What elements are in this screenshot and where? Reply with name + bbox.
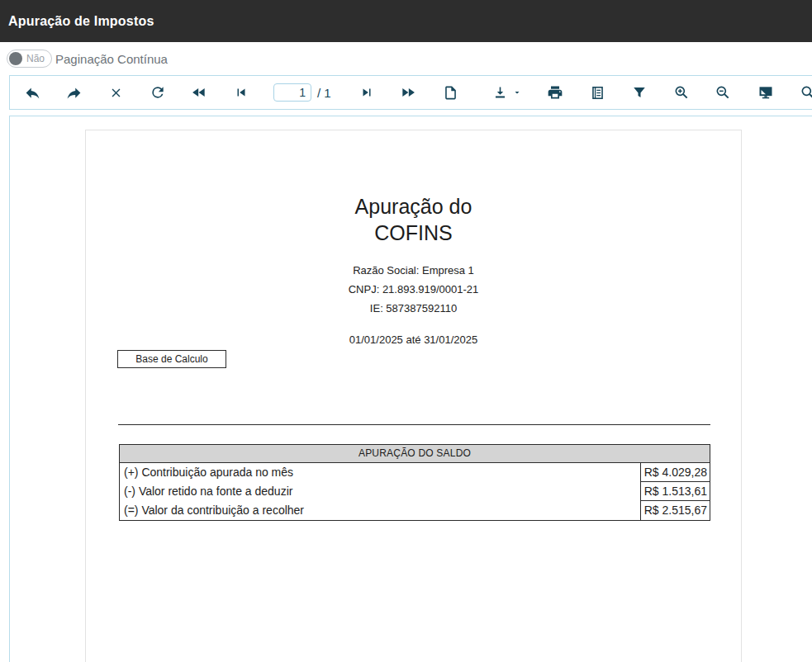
saldo-table-header: APURAÇÃO DO SALDO bbox=[120, 445, 710, 463]
pagination-toggle-row: Não Paginação Contínua bbox=[0, 42, 812, 75]
fast-forward-icon[interactable] bbox=[392, 79, 424, 106]
row-label: (=) Valor da contribuição a recolher bbox=[120, 501, 304, 520]
razao-social: Razão Social: Empresa 1 bbox=[86, 261, 741, 280]
table-row: (-) Valor retido na fonte a deduzirR$ 1.… bbox=[120, 482, 710, 501]
toggle-knob bbox=[9, 52, 22, 65]
company-info: Razão Social: Empresa 1 CNPJ: 21.893.919… bbox=[86, 261, 741, 318]
report-page: Apuração do COFINS Razão Social: Empresa… bbox=[85, 130, 742, 662]
divider-line bbox=[118, 424, 710, 425]
close-icon[interactable] bbox=[100, 79, 131, 106]
cnpj: CNPJ: 21.893.919/0001-21 bbox=[86, 280, 741, 299]
report-title: Apuração do COFINS bbox=[86, 193, 741, 246]
report-toolbar: / 1 bbox=[9, 75, 812, 110]
ie: IE: 587387592110 bbox=[86, 299, 741, 318]
fit-screen-icon[interactable] bbox=[750, 79, 781, 106]
print-icon[interactable] bbox=[539, 79, 571, 106]
skip-to-last-icon[interactable] bbox=[351, 79, 382, 106]
zoom-in-icon[interactable] bbox=[666, 79, 697, 106]
base-de-calculo-button[interactable]: Base de Calculo bbox=[117, 350, 226, 368]
download-caret-icon bbox=[512, 87, 522, 97]
row-value: R$ 4.029,28 bbox=[640, 463, 710, 482]
search-icon[interactable] bbox=[792, 79, 812, 106]
app-header: Apuração de Impostos bbox=[0, 0, 812, 42]
table-row: (=) Valor da contribuição a recolherR$ 2… bbox=[120, 501, 710, 520]
toggle-state-label: Não bbox=[26, 53, 45, 64]
skip-to-first-icon[interactable] bbox=[226, 79, 257, 106]
row-label: (+) Contribuição apurada no mês bbox=[120, 463, 293, 482]
continuous-pagination-label: Paginação Contínua bbox=[55, 52, 168, 66]
table-row: (+) Contribuição apurada no mêsR$ 4.029,… bbox=[120, 463, 710, 482]
row-value: R$ 2.515,67 bbox=[640, 501, 710, 520]
row-value: R$ 1.513,61 bbox=[640, 482, 710, 501]
saldo-table-body: (+) Contribuição apurada no mêsR$ 4.029,… bbox=[120, 463, 710, 520]
report-title-line1: Apuração do bbox=[86, 193, 741, 220]
page-total-label: / 1 bbox=[317, 86, 331, 100]
refresh-icon[interactable] bbox=[142, 79, 173, 106]
row-label: (-) Valor retido na fonte a deduzir bbox=[120, 482, 292, 501]
report-icon[interactable] bbox=[582, 79, 613, 106]
saldo-table: APURAÇÃO DO SALDO (+) Contribuição apura… bbox=[119, 444, 710, 521]
new-document-icon[interactable] bbox=[434, 79, 466, 106]
fast-backward-icon[interactable] bbox=[183, 79, 215, 106]
undo-icon[interactable] bbox=[17, 79, 48, 106]
redo-icon[interactable] bbox=[58, 79, 89, 106]
page-number-input[interactable] bbox=[273, 83, 311, 102]
page-title: Apuração de Impostos bbox=[8, 14, 154, 29]
filter-icon[interactable] bbox=[624, 79, 655, 106]
period-label: 01/01/2025 até 31/01/2025 bbox=[86, 333, 741, 346]
zoom-out-icon[interactable] bbox=[707, 79, 738, 106]
report-viewer: Apuração do COFINS Razão Social: Empresa… bbox=[9, 116, 812, 662]
report-title-line2: COFINS bbox=[86, 220, 741, 246]
continuous-pagination-toggle[interactable]: Não bbox=[7, 50, 52, 68]
download-icon bbox=[492, 85, 508, 101]
download-button[interactable] bbox=[483, 79, 531, 106]
